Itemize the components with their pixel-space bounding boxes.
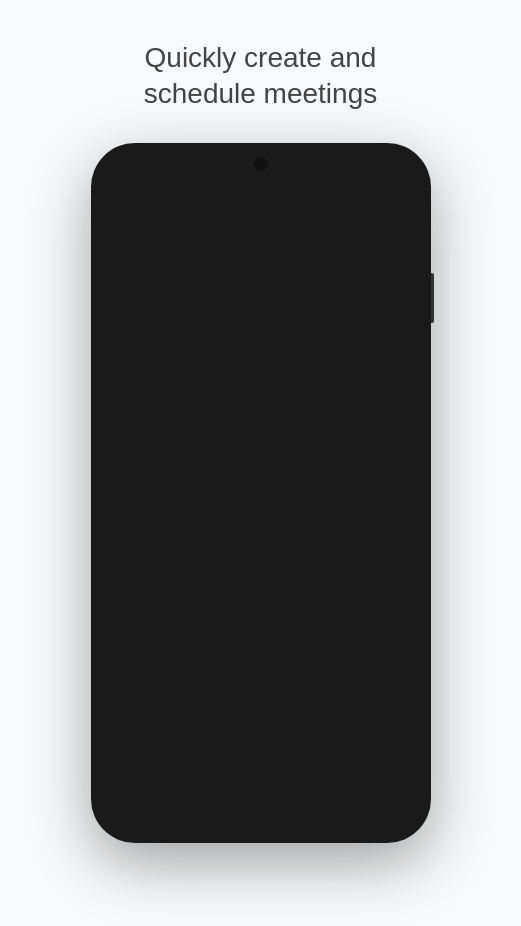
- svg-rect-6: [115, 193, 135, 195]
- attendees-icon: [115, 600, 139, 624]
- status-bar: 11:58 AM: [99, 153, 423, 183]
- room-icon: [115, 632, 139, 656]
- day-label: TUE 21: [99, 224, 141, 267]
- more-options-button[interactable]: ⋮: [383, 187, 411, 215]
- menu-button[interactable]: [111, 187, 139, 215]
- events-overlay: Meeting room 4a Project planning Meeting…: [141, 268, 423, 488]
- meeting-room-event[interactable]: Meeting room 4a: [143, 270, 276, 362]
- workshop-event[interactable]: Workshop: [145, 228, 419, 250]
- sheet-top-row: ✕ Save: [115, 511, 407, 543]
- svg-rect-3: [378, 167, 381, 177]
- event-meeting-title: Meeting room 4a: [149, 274, 232, 286]
- app-bar-icons: ⋮: [303, 187, 411, 215]
- svg-rect-1: [372, 171, 375, 177]
- svg-point-12: [128, 605, 135, 612]
- sheet-drag-handle[interactable]: [241, 497, 281, 501]
- svg-rect-7: [115, 200, 135, 202]
- svg-rect-2: [375, 169, 378, 177]
- wifi-icon: [351, 166, 365, 177]
- add-room-row[interactable]: Add room: [115, 632, 407, 656]
- day-number: 21: [108, 241, 130, 261]
- time-label-2pm: 2 PM: [99, 316, 141, 364]
- time-label-1pm: 1 PM: [99, 268, 141, 316]
- bottom-sheet: ✕ Save Raymond / Lori Tomorrow · 3:30–4 …: [99, 488, 423, 668]
- svg-rect-0: [369, 173, 372, 177]
- raymond-santos-chip[interactable]: Raymond Santos: [200, 600, 324, 623]
- phone-screen: 11:58 AM: [99, 153, 423, 833]
- search-button[interactable]: [303, 187, 331, 215]
- status-time: 11:58 AM: [119, 165, 171, 179]
- calendar-grid: 1 PM 2 PM 3 PM 4 PM 5 PM: [99, 268, 423, 488]
- month-title: January: [149, 190, 213, 211]
- meeting-time-range: 3:30–4 PM: [202, 575, 265, 590]
- app-bar: January ▾ ⋮: [99, 183, 423, 223]
- signal-icon: [369, 166, 381, 177]
- save-button[interactable]: Save: [335, 511, 407, 543]
- project-planning-event[interactable]: Project planning Meeting room 5c: [279, 316, 421, 372]
- workshop-title: Workshop: [153, 232, 207, 246]
- project-title: Project planning: [285, 320, 415, 332]
- app-bar-title[interactable]: January ▾: [149, 190, 293, 211]
- calendar-view-button[interactable]: [343, 187, 371, 215]
- time-label-4pm: 4 PM: [99, 412, 141, 460]
- meeting-title: Raymond / Lori: [115, 547, 407, 573]
- project-subtitle: Meeting room 5c: [285, 332, 415, 343]
- meeting-time: Tomorrow · 3:30–4 PM: [115, 575, 407, 590]
- headline-line1: Quickly create and: [145, 42, 377, 73]
- svg-rect-8: [115, 207, 135, 209]
- headline: Quickly create and schedule meetings: [104, 0, 417, 133]
- you-chip[interactable]: You: [147, 600, 193, 623]
- svg-rect-10: [350, 196, 364, 208]
- meeting-date: Tomorrow: [119, 575, 176, 590]
- phone-mockup: 11:58 AM: [91, 143, 431, 843]
- add-room-label: Add room: [147, 636, 208, 652]
- meeting-dot: ·: [187, 575, 191, 590]
- close-button[interactable]: ✕: [115, 513, 143, 541]
- time-label-3pm: 3 PM: [99, 364, 141, 412]
- svg-rect-5: [386, 169, 397, 175]
- all-day-area: Workshop: [141, 224, 423, 267]
- headline-line2: schedule meetings: [144, 78, 377, 109]
- battery-icon: [385, 166, 403, 177]
- status-icons: [351, 166, 403, 177]
- selection-handle-left[interactable]: [136, 383, 150, 397]
- dropdown-arrow-icon: ▾: [217, 194, 223, 208]
- svg-point-11: [120, 605, 128, 613]
- svg-rect-14: [125, 645, 129, 653]
- time-selection-bar[interactable]: [141, 376, 421, 404]
- calendar-header: TUE 21 Workshop: [99, 223, 423, 268]
- time-label-5pm: 5 PM: [99, 460, 141, 488]
- attendees-row: You Raymond Santos: [115, 600, 407, 624]
- selection-handle-right[interactable]: [412, 383, 423, 397]
